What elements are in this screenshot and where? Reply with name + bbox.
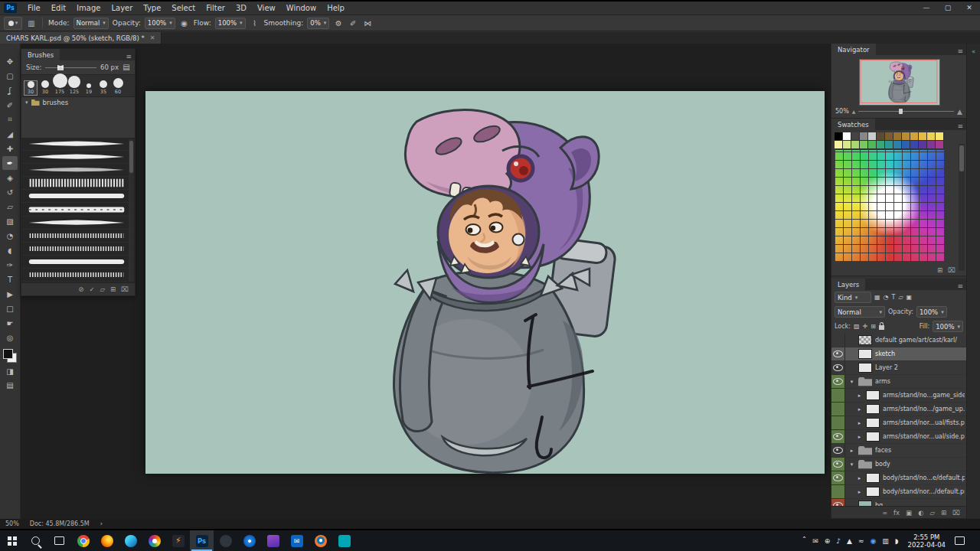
navigator-thumbnail[interactable]: [859, 59, 940, 106]
marquee-tool[interactable]: ▢: [2, 69, 18, 83]
status-arrow-icon[interactable]: ›: [100, 520, 103, 527]
brush-preset[interactable]: 30: [24, 81, 37, 95]
filter-adjustment-icon[interactable]: ◔: [884, 294, 889, 301]
layer-thumbnail[interactable]: [866, 487, 880, 497]
menu-item-image[interactable]: Image: [71, 4, 106, 12]
layer-row[interactable]: ▸arms/stand/nor...ual/fists.png: [831, 416, 966, 430]
tray-icon-0[interactable]: ✉: [812, 537, 818, 545]
brush-stroke-preset[interactable]: [21, 164, 135, 177]
layer-name[interactable]: arms: [875, 378, 965, 385]
swatch[interactable]: [910, 132, 919, 141]
smoothing-select[interactable]: 0% ▾: [307, 18, 329, 29]
menu-item-file[interactable]: File: [22, 4, 46, 12]
new-group-icon[interactable]: ▱: [930, 509, 936, 517]
menu-item-help[interactable]: Help: [322, 4, 350, 12]
swatch[interactable]: [910, 141, 919, 149]
menu-item-type[interactable]: Type: [138, 4, 166, 12]
layer-caret-icon[interactable]: ▾: [848, 461, 855, 468]
mode-select[interactable]: Normal ▾: [74, 18, 109, 29]
brush-preview-icon[interactable]: ✓: [89, 285, 94, 293]
panel-menu-icon[interactable]: ≡: [957, 47, 966, 55]
layer-thumbnail[interactable]: [858, 363, 872, 373]
panel-menu-icon[interactable]: ≡: [957, 282, 966, 290]
slider-thumb[interactable]: [899, 109, 903, 114]
layer-caret-icon[interactable]: ▸: [848, 420, 863, 426]
taskbar-app-safari[interactable]: [237, 530, 261, 551]
brush-stroke-preset[interactable]: [21, 151, 135, 164]
layer-row[interactable]: ▾body: [831, 458, 966, 471]
task-view-button[interactable]: [47, 530, 71, 551]
layer-thumbnail[interactable]: [866, 418, 880, 428]
action-center-icon[interactable]: [955, 536, 965, 545]
layer-name[interactable]: arms/stand/no.../game_up.png: [883, 406, 965, 412]
brush-stroke-preset[interactable]: [21, 190, 135, 203]
airbrush-icon[interactable]: ⌇: [250, 19, 260, 28]
layer-thumbnail[interactable]: [866, 390, 880, 400]
filter-smart-icon[interactable]: ▣: [906, 294, 913, 301]
brush-stroke-preset[interactable]: [21, 243, 135, 256]
document-tab[interactable]: CHARS KARL.psd @ 50% (sketch, RGB/8) * ✕: [0, 32, 162, 44]
layer-row[interactable]: ▸faces: [831, 444, 966, 458]
lasso-tool[interactable]: ʆ: [2, 83, 18, 97]
taskbar-app-lightning[interactable]: ⚡: [166, 530, 190, 551]
collapse-panels-icon[interactable]: «: [972, 48, 975, 55]
brush-stroke-preset[interactable]: [21, 256, 135, 269]
brush-tool[interactable]: ✒: [2, 156, 18, 170]
visibility-cell[interactable]: [831, 416, 845, 429]
new-brush-group-icon[interactable]: ▱: [100, 285, 106, 293]
tab-brushes[interactable]: Brushes: [21, 49, 60, 60]
quick-mask-toggle[interactable]: ◨: [2, 364, 18, 378]
swatches-scrollbar[interactable]: [959, 144, 965, 271]
layer-caret-icon[interactable]: ▾: [848, 379, 855, 385]
layer-name[interactable]: body/stand/nor.../default.png: [883, 488, 965, 495]
clone-stamp-tool[interactable]: ◈: [2, 171, 18, 184]
status-zoom[interactable]: 50%: [5, 520, 19, 527]
layer-row[interactable]: ▾arms: [831, 375, 966, 389]
brush-stroke-preset[interactable]: [21, 203, 135, 216]
layer-row[interactable]: Layer 2: [831, 361, 966, 375]
layer-thumbnail[interactable]: [866, 404, 880, 414]
adjustment-layer-icon[interactable]: ◐: [918, 509, 923, 517]
layer-name[interactable]: faces: [875, 447, 965, 454]
maximize-button[interactable]: ▢: [937, 2, 959, 15]
tray-icon-1[interactable]: ⊕: [825, 537, 831, 545]
panel-menu-icon[interactable]: ≡: [957, 122, 966, 130]
taskbar-app-teal-app[interactable]: [332, 530, 356, 551]
taskbar-app-chrome[interactable]: [71, 530, 95, 551]
layer-row[interactable]: ▸body/stand/no...e/default.png: [831, 471, 966, 485]
layer-thumbnail[interactable]: [858, 349, 872, 359]
layer-name[interactable]: Layer 2: [875, 364, 965, 371]
eraser-tool[interactable]: ▱: [2, 200, 18, 214]
zoom-out-icon[interactable]: ▲: [852, 109, 856, 114]
brush-lock-icon[interactable]: ⊘: [78, 285, 83, 293]
visibility-cell[interactable]: [831, 375, 845, 388]
layer-thumbnail[interactable]: [866, 432, 880, 442]
menu-item-edit[interactable]: Edit: [46, 4, 71, 12]
move-tool[interactable]: ✥: [2, 54, 18, 68]
taskbar-app-violet-app[interactable]: [261, 530, 285, 551]
swatch[interactable]: [843, 141, 851, 149]
delete-swatch-icon[interactable]: ⌧: [948, 266, 956, 274]
taskbar-app-photoshop[interactable]: Ps: [190, 530, 214, 551]
tray-icon-4[interactable]: ≈: [858, 537, 864, 545]
shape-tool[interactable]: □: [2, 302, 18, 315]
tray-icon-2[interactable]: ♪: [836, 537, 841, 545]
taskbar-app-github[interactable]: [214, 530, 237, 551]
swatch[interactable]: [902, 132, 910, 141]
swatch[interactable]: [893, 141, 902, 149]
panel-menu-icon[interactable]: ≡: [126, 53, 135, 60]
tab-navigator[interactable]: Navigator: [831, 44, 876, 55]
menu-item-layer[interactable]: Layer: [106, 4, 138, 12]
tab-swatches[interactable]: Swatches: [831, 119, 875, 130]
taskbar-app-edge[interactable]: [119, 530, 142, 551]
filter-shape-icon[interactable]: ▱: [898, 294, 903, 301]
swatch[interactable]: [885, 132, 893, 141]
screen-mode-toggle[interactable]: ▤: [2, 378, 18, 392]
start-button[interactable]: [0, 530, 24, 551]
lock-transparency-icon[interactable]: ▨: [854, 323, 860, 330]
visibility-cell[interactable]: [831, 499, 845, 506]
link-layers-icon[interactable]: ∞: [882, 509, 887, 517]
delete-brush-icon[interactable]: ⌧: [121, 285, 129, 293]
swatch[interactable]: [936, 141, 944, 149]
layer-mask-icon[interactable]: ▣: [906, 509, 912, 517]
